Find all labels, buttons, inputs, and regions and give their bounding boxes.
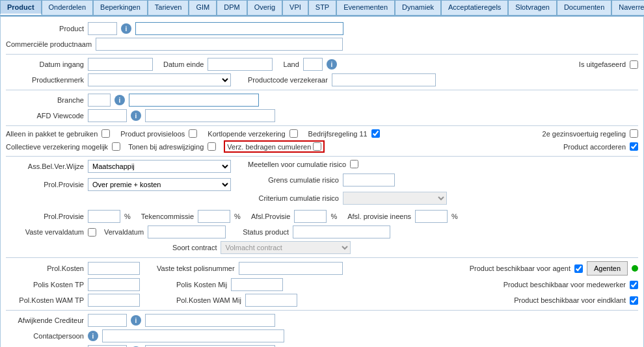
product-medewerker-checkbox[interactable] — [630, 281, 638, 289]
datum-einde-input[interactable] — [208, 58, 273, 71]
meetellen-row: Meetellen voor cumulatie risico — [248, 160, 447, 168]
status-product-input[interactable] — [293, 225, 390, 238]
contactpersoon-info-btn[interactable]: i — [88, 331, 98, 341]
product-provisieloos-checkbox[interactable] — [189, 129, 197, 138]
afwijkende-crediteur-row: Afwijkende Crediteur i — [6, 314, 638, 327]
soort-contract-row: Soort contract Volmacht contract — [6, 241, 638, 254]
afd-viewcode-row: AFD Viewcode i — [6, 109, 638, 122]
collectieve-checkbox[interactable] — [112, 142, 120, 151]
productkenmerk-row: Productkenmerk Productcode verzekeraar — [6, 73, 638, 86]
polis-kosten-tp-input[interactable]: € 2,25 — [88, 278, 140, 291]
product-name-input[interactable]: Bedrijfsauto AL Volm — [135, 22, 343, 35]
tab-beperkingen[interactable]: Beperkingen — [93, 0, 148, 15]
prol-provisie-pct-label: Prol.Provisie — [6, 212, 84, 220]
tab-naverrekenen[interactable]: Naverrekenen — [611, 0, 644, 15]
gezinsvoertuig-checkbox[interactable] — [630, 129, 638, 138]
tab-dynamiek[interactable]: Dynamiek — [395, 0, 441, 15]
afwijkende-crediteur-label: Afwijkende Crediteur — [6, 316, 84, 324]
criterium-select[interactable] — [343, 192, 447, 205]
prol-kosten-row: Prol.Kosten € 1,15 Vaste tekst polisnumm… — [6, 261, 638, 276]
productcode-verzekeraar-input[interactable] — [332, 73, 436, 86]
product-eindklant-checkbox[interactable] — [630, 296, 638, 305]
datum-ingang-label: Datum ingang — [6, 60, 84, 68]
tab-bar: ProductOnderdelenBeperkingenTarievenGIMD… — [0, 0, 644, 16]
productkenmerk-select[interactable] — [88, 73, 231, 86]
tekencommissie-input[interactable]: 10.00 — [198, 210, 230, 223]
tab-overig[interactable]: Overig — [247, 0, 282, 15]
meetellen-checkbox[interactable] — [350, 160, 358, 168]
alleen-in-pakket-checkbox[interactable] — [101, 129, 110, 138]
datum-ingang-input[interactable] — [88, 58, 153, 71]
tab-slotvragen[interactable]: Slotvragen — [508, 0, 557, 15]
status-product-label: Status product — [243, 228, 289, 236]
tonen-bij-label: Tonen bij adreswijziging — [128, 143, 204, 151]
prol-provisie-select-label: Prol.Provisie — [6, 181, 84, 188]
bedrijfsregeling-checkbox[interactable] — [371, 129, 380, 138]
bedrijfsregeling-label: Bedrijfsregeling 11 — [308, 130, 368, 138]
productkenmerk-label: Productkenmerk — [6, 76, 84, 84]
product-info-btn[interactable]: i — [121, 23, 131, 34]
tab-acceptatieregels[interactable]: Acceptatieregels — [441, 0, 508, 15]
product-row: Product 498 i Bedrijfsauto AL Volm — [6, 22, 638, 35]
right-col: Meetellen voor cumulatie risico Grens cu… — [248, 160, 447, 207]
kortlopende-verzekering-label: Kortlopende verzekering — [208, 130, 285, 138]
afwijkende-info-btn[interactable]: i — [131, 315, 141, 326]
vaste-vervaldatum-checkbox[interactable] — [88, 228, 96, 237]
afd-viewcode-id-input[interactable] — [88, 109, 127, 122]
tab-stp[interactable]: STP — [308, 0, 336, 15]
tab-gim[interactable]: GIM — [189, 0, 217, 15]
afd-info-btn[interactable]: i — [131, 110, 141, 121]
is-uitgefaseerd-checkbox[interactable] — [630, 60, 638, 69]
branche-id-input[interactable]: 29 — [88, 94, 111, 107]
product-accorderen-checkbox[interactable] — [630, 142, 638, 151]
afwijkende-crediteur-input[interactable] — [145, 314, 275, 327]
tab-vpi[interactable]: VPI — [282, 0, 308, 15]
afsl-provisie-input[interactable]: 0.00 — [294, 210, 327, 223]
prol-provisie-select[interactable]: Over premie + kosten — [88, 178, 231, 191]
kortlopende-verzekering-checkbox[interactable] — [289, 129, 298, 138]
prol-provisie-select-row: Prol.Provisie Over premie + kosten — [6, 178, 231, 191]
polis-kosten-mij-label: Polis Kosten Mij — [176, 281, 227, 289]
vervaldatum-input[interactable] — [148, 225, 226, 238]
commerciele-input[interactable] — [96, 38, 343, 51]
verz-bedragen-checkbox[interactable] — [313, 142, 321, 151]
pol-wam-mij-label: Pol.Kosten WAM Mij — [176, 296, 241, 304]
product-agent-checkbox[interactable] — [574, 264, 583, 273]
tab-dpm[interactable]: DPM — [217, 0, 247, 15]
pol-wam-mij-input[interactable]: € 4,08 — [245, 294, 297, 307]
ass-bel-select[interactable]: Maatschappij — [88, 160, 231, 173]
vaste-tekst-input[interactable] — [239, 262, 343, 275]
tab-tarieven[interactable]: Tarieven — [148, 0, 189, 15]
tab-documenten[interactable]: Documenten — [557, 0, 611, 15]
green-dot-indicator — [632, 265, 638, 272]
contactpersoon-input[interactable] — [102, 329, 284, 342]
tonen-bij-checkbox[interactable] — [208, 142, 216, 151]
pct3: % — [330, 212, 337, 220]
grens-row: Grens cumulatie risico € 0 — [248, 174, 447, 186]
branche-row: Branche 29 i Bedrijfswagen — [6, 94, 638, 107]
tab-onderdelen[interactable]: Onderdelen — [42, 0, 94, 15]
tab-evenementen[interactable]: Evenementen — [336, 0, 395, 15]
branche-info-btn[interactable]: i — [114, 95, 125, 105]
prol-provisie-pct-input[interactable]: 20.00 — [88, 210, 120, 223]
prol-kosten-input[interactable]: € 1,15 — [88, 262, 140, 275]
afwijkende-crediteur-id-input[interactable] — [88, 314, 127, 327]
product-id-input[interactable]: 498 — [88, 22, 117, 35]
pol-wam-tp-input[interactable]: € 4,08 — [88, 294, 140, 307]
vaste-tekst-label: Vaste tekst polisnummer — [157, 264, 235, 272]
contactpersoon-row: Contactpersoon i — [6, 329, 638, 342]
land-input[interactable] — [303, 58, 323, 71]
branche-name-input[interactable]: Bedrijfswagen — [129, 94, 259, 107]
ass-bel-row: Ass.Bel.Ver.Wijze Maatschappij Prol.Prov… — [6, 160, 638, 207]
polis-kosten-row: Polis Kosten TP € 2,25 Polis Kosten Mij … — [6, 278, 638, 291]
afsl-provisie-ineens-input[interactable]: 0.00 — [415, 210, 448, 223]
grens-input[interactable]: € 0 — [343, 174, 395, 186]
contactpersoon-label: Contactpersoon — [6, 332, 84, 340]
tab-product[interactable]: Product — [0, 0, 42, 15]
land-info-btn[interactable]: i — [327, 59, 337, 70]
afd-viewcode-input[interactable] — [145, 109, 275, 122]
soort-contract-select[interactable]: Volmacht contract — [221, 241, 351, 254]
polis-kosten-mij-input[interactable]: € 2,25 — [231, 278, 283, 291]
alleen-in-pakket-label: Alleen in pakket te gebruiken — [6, 130, 98, 138]
agenten-button[interactable]: Agenten — [587, 261, 628, 276]
